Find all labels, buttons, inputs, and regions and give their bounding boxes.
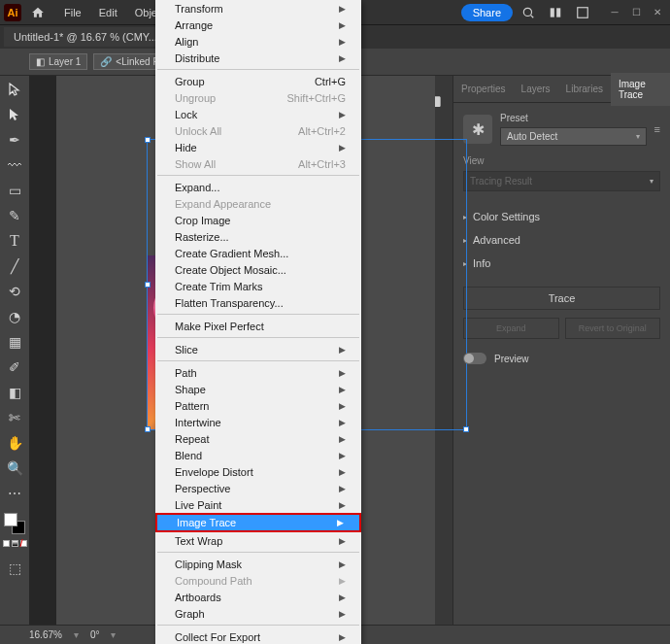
menu-item-label: Align bbox=[175, 36, 198, 48]
menu-item-pattern[interactable]: Pattern▶ bbox=[155, 397, 361, 414]
menu-item-distribute[interactable]: Distribute▶ bbox=[155, 50, 361, 66]
view-dropdown[interactable]: Tracing Result ▾ bbox=[463, 171, 660, 191]
menu-item-make-pixel-perfect[interactable]: Make Pixel Perfect bbox=[155, 318, 361, 334]
search-icon[interactable] bbox=[517, 1, 540, 24]
tab-libraries[interactable]: Libraries bbox=[558, 78, 611, 100]
menu-item-ungroup: UngroupShift+Ctrl+G bbox=[155, 89, 361, 106]
menu-item-collect-for-export[interactable]: Collect For Export▶ bbox=[155, 628, 361, 644]
app-icon: Ai bbox=[4, 4, 21, 21]
menu-item-flatten-transparency[interactable]: Flatten Transparency... bbox=[155, 294, 361, 311]
menu-item-clipping-mask[interactable]: Clipping Mask▶ bbox=[155, 556, 361, 572]
submenu-arrow-icon: ▶ bbox=[339, 20, 346, 30]
preview-toggle[interactable] bbox=[463, 353, 486, 364]
workspace-icon[interactable] bbox=[571, 1, 594, 24]
eyedropper-tool[interactable]: ✐ bbox=[3, 356, 26, 379]
type-tool[interactable]: T bbox=[3, 229, 26, 253]
none-mode[interactable]: / bbox=[20, 540, 27, 547]
menu-item-image-trace[interactable]: Image Trace▶ bbox=[155, 513, 361, 532]
menu-item-live-paint[interactable]: Live Paint▶ bbox=[155, 496, 361, 513]
minimize-button[interactable]: ─ bbox=[604, 5, 625, 20]
menu-item-arrange[interactable]: Arrange▶ bbox=[155, 17, 361, 33]
preset-dropdown[interactable]: Auto Detect ▾ bbox=[500, 127, 647, 146]
paintbrush-tool[interactable]: ✎ bbox=[3, 204, 26, 227]
document-tab[interactable]: Untitled-1* @ 16.67 % (CMY... bbox=[4, 27, 167, 47]
share-button[interactable]: Share bbox=[461, 4, 513, 21]
menu-item-rasterize[interactable]: Rasterize... bbox=[155, 228, 361, 245]
menu-item-hide[interactable]: Hide▶ bbox=[155, 139, 361, 155]
menu-item-create-gradient-mesh[interactable]: Create Gradient Mesh... bbox=[155, 245, 361, 261]
selection-handle[interactable] bbox=[145, 137, 151, 143]
menu-item-lock[interactable]: Lock▶ bbox=[155, 106, 361, 122]
menu-item-crop-image[interactable]: Crop Image bbox=[155, 212, 361, 228]
panel-menu-icon[interactable]: ≡ bbox=[654, 123, 660, 135]
menu-item-text-wrap[interactable]: Text Wrap▶ bbox=[155, 532, 361, 549]
menu-item-label: Unlock All bbox=[175, 125, 221, 137]
maximize-button[interactable]: ☐ bbox=[625, 5, 647, 20]
menu-item-label: Artboards bbox=[175, 592, 221, 603]
selection-handle[interactable] bbox=[463, 426, 469, 432]
toolbox: ✒ 〰 ▭ ✎ T ╱ ⟲ ◔ ▦ ✐ ◧ ✄ ✋ 🔍 ⋯ / ⬚ bbox=[0, 76, 29, 625]
layer-indicator[interactable]: ◧ Layer 1 bbox=[29, 53, 87, 70]
disclosure-color-settings[interactable]: ▸ Color Settings bbox=[463, 205, 660, 228]
menu-item-blend[interactable]: Blend▶ bbox=[155, 447, 361, 463]
menu-item-shape[interactable]: Shape▶ bbox=[155, 381, 361, 397]
menu-item-path[interactable]: Path▶ bbox=[155, 364, 361, 381]
tab-layers[interactable]: Layers bbox=[514, 78, 558, 100]
disclosure-info[interactable]: ▸ Info bbox=[463, 252, 660, 275]
rotate-tool[interactable]: ⟲ bbox=[3, 280, 26, 303]
selection-tool[interactable] bbox=[3, 78, 26, 101]
tab-image-trace[interactable]: Image Trace bbox=[611, 73, 670, 106]
menu-item-transform[interactable]: Transform▶ bbox=[155, 0, 361, 17]
rotation-angle[interactable]: 0° bbox=[90, 629, 100, 640]
menu-item-intertwine[interactable]: Intertwine▶ bbox=[155, 414, 361, 430]
menu-item-compound-path: Compound Path▶ bbox=[155, 572, 361, 589]
direct-selection-tool[interactable] bbox=[3, 103, 26, 126]
menu-item-slice[interactable]: Slice▶ bbox=[155, 341, 361, 357]
trace-button[interactable]: Trace bbox=[463, 287, 660, 310]
fill-swatch[interactable] bbox=[4, 513, 17, 526]
edit-toolbar[interactable]: ⋯ bbox=[3, 482, 26, 505]
zoom-tool[interactable]: 🔍 bbox=[3, 457, 26, 480]
color-mode[interactable] bbox=[3, 540, 10, 547]
menu-item-artboards[interactable]: Artboards▶ bbox=[155, 589, 361, 605]
zoom-level[interactable]: 16.67% bbox=[29, 629, 62, 640]
gradient-mode[interactable] bbox=[12, 540, 18, 547]
menu-item-show-all: Show AllAlt+Ctrl+3 bbox=[155, 155, 361, 172]
menu-item-label: Rasterize... bbox=[175, 231, 229, 243]
rectangle-tool[interactable]: ▭ bbox=[3, 179, 26, 202]
menu-item-create-trim-marks[interactable]: Create Trim Marks bbox=[155, 278, 361, 294]
line-tool[interactable]: ╱ bbox=[3, 254, 26, 278]
menu-item-label: Create Object Mosaic... bbox=[175, 264, 286, 276]
menu-edit[interactable]: Edit bbox=[91, 3, 125, 22]
menu-item-create-object-mosaic[interactable]: Create Object Mosaic... bbox=[155, 261, 361, 278]
scissors-tool[interactable]: ✄ bbox=[3, 406, 26, 429]
menu-item-group[interactable]: GroupCtrl+G bbox=[155, 73, 361, 89]
tab-properties[interactable]: Properties bbox=[453, 78, 514, 100]
menu-item-expand[interactable]: Expand... bbox=[155, 179, 361, 195]
arrange-icon[interactable] bbox=[544, 1, 567, 24]
shape-builder-tool[interactable]: ◔ bbox=[3, 305, 26, 328]
menu-item-label: Envelope Distort bbox=[175, 466, 253, 478]
curvature-tool[interactable]: 〰 bbox=[3, 153, 26, 177]
selection-handle[interactable] bbox=[145, 282, 151, 288]
close-button[interactable]: ✕ bbox=[647, 5, 668, 20]
selection-handle[interactable] bbox=[145, 426, 151, 432]
menu-item-repeat[interactable]: Repeat▶ bbox=[155, 430, 361, 447]
menu-item-label: Shape bbox=[175, 384, 206, 395]
fill-stroke-swatch[interactable] bbox=[4, 513, 25, 534]
gradient-tool[interactable]: ▦ bbox=[3, 330, 26, 354]
menu-item-graph[interactable]: Graph▶ bbox=[155, 605, 361, 622]
submenu-arrow-icon: ▶ bbox=[339, 418, 346, 427]
menu-item-align[interactable]: Align▶ bbox=[155, 33, 361, 50]
menu-file[interactable]: File bbox=[56, 3, 89, 22]
menu-item-envelope-distort[interactable]: Envelope Distort▶ bbox=[155, 463, 361, 480]
disclosure-advanced[interactable]: ▸ Advanced bbox=[463, 228, 660, 252]
menu-item-perspective[interactable]: Perspective▶ bbox=[155, 480, 361, 496]
menu-item-label: Make Pixel Perfect bbox=[175, 321, 264, 332]
eraser-tool[interactable]: ◧ bbox=[3, 381, 26, 404]
home-icon[interactable] bbox=[25, 0, 50, 25]
pen-tool[interactable]: ✒ bbox=[3, 128, 26, 152]
hand-tool[interactable]: ✋ bbox=[3, 431, 26, 455]
screen-mode[interactable]: ⬚ bbox=[3, 557, 26, 580]
right-panel: Properties Layers Libraries Image Trace … bbox=[452, 76, 670, 625]
